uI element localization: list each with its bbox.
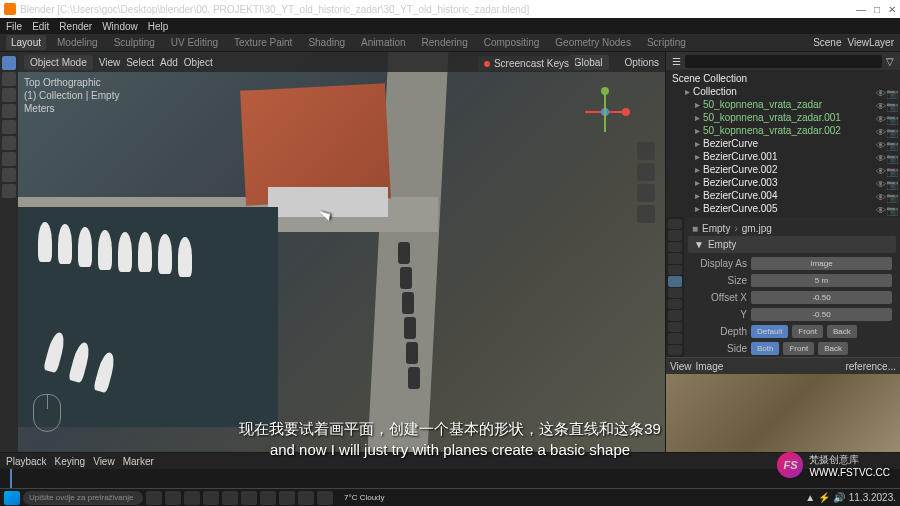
img-menu-image[interactable]: Image	[696, 361, 724, 372]
prop-tab-world-icon[interactable]	[668, 265, 682, 275]
menu-render[interactable]: Render	[59, 21, 92, 32]
vp-menu-object[interactable]: Object	[184, 57, 213, 68]
tl-menu-playback[interactable]: Playback	[6, 456, 47, 467]
gizmo-x-icon[interactable]	[622, 108, 630, 116]
vp-menu-add[interactable]: Add	[160, 57, 178, 68]
maximize-button[interactable]: □	[874, 4, 880, 15]
outliner-item[interactable]: ▸Collection👁📷	[668, 85, 898, 98]
gizmo-y-icon[interactable]	[601, 87, 609, 95]
tab-layout[interactable]: Layout	[6, 35, 46, 50]
panel-empty-header[interactable]: ▼ Empty	[688, 236, 896, 253]
side-front-button[interactable]: Front	[783, 342, 814, 355]
prop-tab-physics-icon[interactable]	[668, 310, 682, 320]
taskbar-app-icon[interactable]	[260, 491, 276, 505]
tab-rendering[interactable]: Rendering	[417, 35, 473, 50]
tab-compositing[interactable]: Compositing	[479, 35, 545, 50]
size-field[interactable]: 5 m	[751, 274, 892, 287]
gizmo-z-icon[interactable]	[601, 108, 609, 116]
tab-texturepaint[interactable]: Texture Paint	[229, 35, 297, 50]
scene-dropdown[interactable]: Scene	[813, 37, 841, 48]
side-both-button[interactable]: Both	[751, 342, 779, 355]
tab-shading[interactable]: Shading	[303, 35, 350, 50]
tl-menu-keying[interactable]: Keying	[55, 456, 86, 467]
taskbar-app-icon[interactable]	[241, 491, 257, 505]
outliner-item[interactable]: ▸BezierCurve.001👁📷	[668, 150, 898, 163]
taskbar-app-icon[interactable]	[146, 491, 162, 505]
display-as-dropdown[interactable]: Image	[751, 257, 892, 270]
outliner-search[interactable]	[685, 55, 882, 68]
offset-y-field[interactable]: -0.50	[751, 308, 892, 321]
tab-geonodes[interactable]: Geometry Nodes	[550, 35, 636, 50]
tool-measure-icon[interactable]	[2, 168, 16, 182]
pan-icon[interactable]	[637, 163, 655, 181]
menu-file[interactable]: File	[6, 21, 22, 32]
tab-scripting[interactable]: Scripting	[642, 35, 691, 50]
tab-sculpting[interactable]: Sculpting	[109, 35, 160, 50]
prop-tab-object-icon[interactable]	[668, 276, 682, 286]
taskbar-app-icon[interactable]	[317, 491, 333, 505]
tray-icons[interactable]: ▲ ⚡ 🔊	[805, 492, 844, 503]
outliner-item[interactable]: ▸BezierCurve.005👁📷	[668, 202, 898, 215]
tool-transform-icon[interactable]	[2, 136, 16, 150]
prop-tab-material-icon[interactable]	[668, 345, 682, 355]
vp-menu-select[interactable]: Select	[126, 57, 154, 68]
3d-viewport[interactable]: Object Mode View Select Add Object Globa…	[18, 52, 665, 452]
outliner-type-icon[interactable]: ☰	[672, 56, 681, 67]
taskbar-app-icon[interactable]	[203, 491, 219, 505]
weather-widget[interactable]: 7°C Cloudy	[344, 493, 385, 502]
taskbar-app-icon[interactable]	[279, 491, 295, 505]
zoom-icon[interactable]	[637, 142, 655, 160]
tool-move-icon[interactable]	[2, 88, 16, 102]
tool-scale-icon[interactable]	[2, 120, 16, 134]
depth-back-button[interactable]: Back	[827, 325, 857, 338]
taskbar-app-icon[interactable]	[184, 491, 200, 505]
prop-tab-output-icon[interactable]	[668, 230, 682, 240]
navigation-gizmo[interactable]	[580, 87, 630, 137]
img-name[interactable]: reference...	[845, 361, 896, 372]
tool-annotate-icon[interactable]	[2, 152, 16, 166]
prop-tab-data-icon[interactable]	[668, 333, 682, 343]
offset-x-field[interactable]: -0.50	[751, 291, 892, 304]
mode-dropdown[interactable]: Object Mode	[24, 55, 93, 70]
timeline-track[interactable]	[0, 469, 900, 489]
tab-uvediting[interactable]: UV Editing	[166, 35, 223, 50]
outliner-item[interactable]: ▸50_kopnnena_vrata_zadar.001👁📷	[668, 111, 898, 124]
prop-tab-modifiers-icon[interactable]	[668, 288, 682, 298]
outliner-item[interactable]: ▸BezierCurve.004👁📷	[668, 189, 898, 202]
playhead[interactable]	[10, 469, 12, 489]
side-back-button[interactable]: Back	[818, 342, 848, 355]
start-button[interactable]	[4, 491, 20, 505]
tab-modeling[interactable]: Modeling	[52, 35, 103, 50]
menu-help[interactable]: Help	[148, 21, 169, 32]
outliner-item[interactable]: ▸50_kopnnena_vrata_zadar.002👁📷	[668, 124, 898, 137]
prop-tab-scene-icon[interactable]	[668, 253, 682, 263]
depth-default-button[interactable]: Default	[751, 325, 788, 338]
tool-cursor-icon[interactable]	[2, 72, 16, 86]
viewlayer-dropdown[interactable]: ViewLayer	[847, 37, 894, 48]
taskbar-date[interactable]: 11.3.2023.	[849, 492, 896, 503]
camera-icon[interactable]	[637, 184, 655, 202]
tool-rotate-icon[interactable]	[2, 104, 16, 118]
prop-tab-constraints-icon[interactable]	[668, 322, 682, 332]
menu-window[interactable]: Window	[102, 21, 138, 32]
perspective-icon[interactable]	[637, 205, 655, 223]
taskbar-search[interactable]: Upišite ovdje za pretraživanje	[23, 491, 143, 505]
depth-front-button[interactable]: Front	[792, 325, 823, 338]
close-button[interactable]: ✕	[888, 4, 896, 15]
outliner-item[interactable]: ▸BezierCurve.003👁📷	[668, 176, 898, 189]
options-button[interactable]: Options	[625, 57, 659, 68]
vp-menu-view[interactable]: View	[99, 57, 121, 68]
outliner-item[interactable]: ▸BezierCurve.002👁📷	[668, 163, 898, 176]
tool-select-icon[interactable]	[2, 56, 16, 70]
outliner-filter-icon[interactable]: ▽	[886, 56, 894, 67]
img-menu-view[interactable]: View	[670, 361, 692, 372]
prop-tab-viewlayer-icon[interactable]	[668, 242, 682, 252]
minimize-button[interactable]: —	[856, 4, 866, 15]
tool-addcube-icon[interactable]	[2, 184, 16, 198]
tab-animation[interactable]: Animation	[356, 35, 410, 50]
taskbar-app-icon[interactable]	[222, 491, 238, 505]
prop-tab-render-icon[interactable]	[668, 219, 682, 229]
prop-tab-particles-icon[interactable]	[668, 299, 682, 309]
outliner-item[interactable]: ▸50_kopnnena_vrata_zadar👁📷	[668, 98, 898, 111]
menu-edit[interactable]: Edit	[32, 21, 49, 32]
